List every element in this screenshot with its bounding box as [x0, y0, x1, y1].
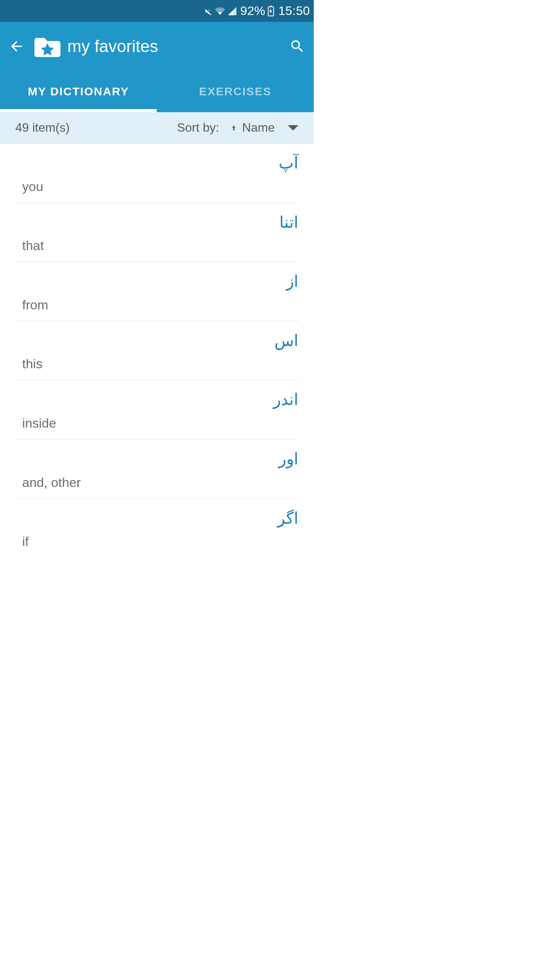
sort-direction-asc-icon[interactable]	[230, 122, 238, 134]
mute-icon	[203, 6, 213, 16]
translation: if	[22, 534, 298, 549]
term: اور	[22, 449, 298, 470]
translation: that	[22, 238, 298, 253]
sort-by-label: Sort by:	[177, 121, 219, 135]
translation: you	[22, 179, 298, 194]
app-bar: my favorites	[0, 22, 314, 71]
term: اتنا	[22, 212, 298, 233]
term: اندر	[22, 389, 298, 410]
signal-icon	[227, 6, 237, 16]
sort-field[interactable]: Name	[242, 121, 275, 135]
status-icons	[203, 6, 237, 16]
list-item[interactable]: از from	[15, 262, 299, 321]
translation: inside	[22, 416, 298, 431]
term: اگر	[22, 508, 298, 529]
tab-label: MY DICTIONARY	[28, 85, 129, 98]
term: اس	[22, 330, 298, 351]
tabs: MY DICTIONARY EXERCISES	[0, 71, 314, 112]
back-button[interactable]	[7, 37, 26, 56]
tab-exercises[interactable]: EXERCISES	[157, 71, 314, 112]
tab-label: EXERCISES	[199, 85, 272, 98]
search-button[interactable]	[288, 37, 307, 56]
battery-percent: 92%	[240, 4, 266, 18]
status-bar: 92% 15:50	[0, 0, 314, 22]
list-item[interactable]: آپ you	[15, 144, 299, 203]
translation: from	[22, 297, 298, 312]
svg-rect-1	[270, 6, 272, 7]
page-title: my favorites	[67, 37, 288, 56]
favorites-folder-icon	[34, 36, 60, 57]
list-item[interactable]: اگر if	[15, 499, 299, 557]
tab-my-dictionary[interactable]: MY DICTIONARY	[0, 71, 157, 112]
sort-bar: 49 item(s) Sort by: Name	[0, 112, 314, 144]
term: از	[22, 271, 298, 292]
wifi-icon	[215, 6, 225, 16]
translation: and, other	[22, 475, 298, 490]
list-item[interactable]: اندر inside	[15, 380, 299, 439]
translation: this	[22, 356, 298, 371]
favorites-list: آپ you اتنا that از from اس this اندر in…	[0, 144, 314, 557]
list-item[interactable]: اس this	[15, 321, 299, 381]
list-item[interactable]: اور and, other	[15, 439, 299, 499]
battery-charging-icon	[267, 6, 274, 16]
sort-dropdown-icon[interactable]	[288, 125, 298, 131]
list-item[interactable]: اتنا that	[15, 203, 299, 262]
item-count: 49 item(s)	[15, 121, 177, 135]
term: آپ	[22, 153, 298, 174]
clock: 15:50	[278, 4, 310, 18]
